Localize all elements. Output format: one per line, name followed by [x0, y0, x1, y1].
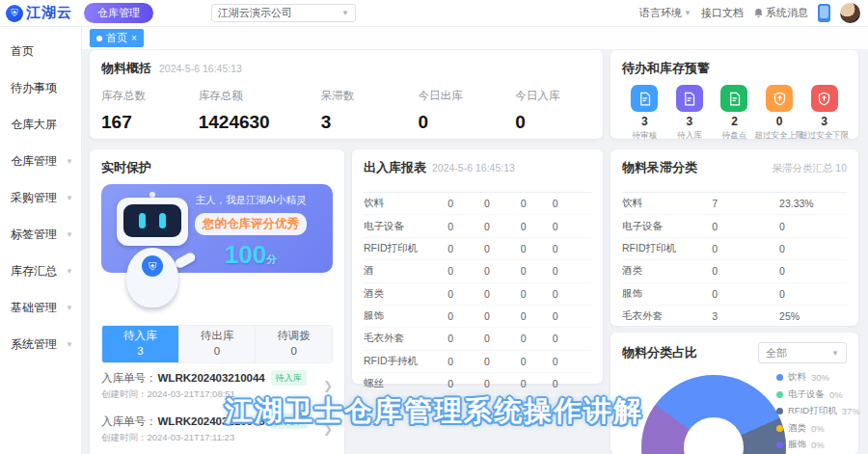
legend-dot — [776, 408, 783, 414]
score-label: 您的仓库评分优秀 — [195, 213, 307, 235]
table-row[interactable]: 饮料 0 0 0 0 — [364, 193, 591, 215]
alert-count: 3 — [821, 115, 827, 128]
sidebar-item[interactable]: 仓库大屏 — [0, 106, 81, 143]
table-header-cell — [622, 183, 712, 193]
language-menu[interactable]: 语言环境 ▼ — [639, 6, 692, 20]
avatar[interactable] — [840, 3, 860, 23]
sidebar-item[interactable]: 仓库管理 ▼ — [0, 143, 81, 179]
system-messages-link[interactable]: 系统消息 — [753, 6, 808, 20]
active-dot — [96, 36, 102, 41]
inout-report-card: 出入库报表 2024-5-6 16:45:13 饮料 0 0 0 0 电子设备 … — [352, 149, 603, 384]
table-header-cell — [779, 183, 847, 193]
table-row[interactable]: 毛衣外套 0 0 0 0 — [364, 328, 591, 350]
stat-label: 呆滞数 — [321, 89, 419, 103]
order-number: WLRK202403210044 — [158, 372, 265, 384]
alert-item[interactable]: 3 超过安全下限 — [801, 85, 847, 142]
legend-dot — [776, 374, 783, 381]
alert-item[interactable]: 3 待审核 — [622, 85, 667, 142]
stagnant-category-card: 物料呆滞分类 呆滞分类汇总 10 饮料 7 23.33% 电子设备 0 0 RF… — [610, 149, 858, 326]
stat-label: 库存总数 — [101, 89, 199, 103]
legend-item[interactable]: 电子设备 0% — [776, 388, 860, 401]
company-select[interactable]: 江湖云演示公司 ▼ — [211, 4, 356, 22]
alert-count: 0 — [776, 115, 783, 128]
table-row[interactable]: RFID打印机 0 0 0 0 — [364, 237, 591, 259]
legend-percentage: 0% — [811, 423, 825, 434]
card-title: 物料概括 — [101, 60, 151, 77]
table-row[interactable]: 服饰 0 0 — [622, 282, 847, 305]
sidebar: 首页 待办事项 仓库大屏 仓库管理 ▼ 采购管理 ▼ 标签管理 ▼ 库存汇总 ▼… — [0, 27, 82, 454]
legend-dot — [776, 391, 783, 398]
legend-item[interactable]: RFID打印机 37% — [776, 405, 860, 417]
card-title: 待办和库存预警 — [622, 60, 710, 77]
sidebar-item[interactable]: 采购管理 ▼ — [0, 179, 81, 216]
stat-item: 库存总数 167 — [101, 89, 199, 133]
mobile-app-icon[interactable] — [818, 4, 830, 22]
stat-item: 呆滞数 3 — [321, 89, 419, 133]
stat-label: 今日入库 — [515, 89, 591, 103]
alert-icon — [811, 85, 838, 112]
table-row[interactable]: RFID手持机 0 0 0 0 — [364, 350, 591, 372]
sidebar-item[interactable]: 待办事项 — [0, 69, 81, 106]
table-row[interactable]: 毛衣外套 3 25% — [622, 305, 847, 327]
close-icon[interactable]: × — [131, 33, 137, 43]
pending-tab[interactable]: 待出库 0 — [178, 326, 256, 362]
alert-label: 待审核 — [633, 130, 658, 142]
ai-score-banner: ⛨ 主人，我是江湖AI小精灵 您的仓库评分优秀 100分 — [101, 184, 333, 273]
alert-label: 待入库 — [677, 130, 702, 142]
logo-text: 江湖云 — [26, 4, 72, 22]
pending-tab[interactable]: 待入库 3 — [102, 326, 178, 362]
stat-label: 库存总额 — [199, 89, 321, 103]
table-row[interactable]: 酒类 0 0 — [622, 260, 847, 282]
donut-chart-wrap — [641, 375, 786, 454]
stat-item: 今日入库 0 — [515, 89, 591, 133]
warehouse-management-button[interactable]: 仓库管理 — [84, 3, 153, 23]
logo-shield-icon: ⛨ — [6, 5, 23, 22]
stat-label: 今日出库 — [418, 89, 515, 103]
app-logo: ⛨ 江湖云 — [0, 4, 80, 22]
document-icon — [682, 92, 696, 106]
table-row[interactable]: 电子设备 0 0 — [622, 215, 847, 237]
category-filter-select[interactable]: 全部 ▼ — [758, 342, 847, 363]
sidebar-item[interactable]: 系统管理 ▼ — [0, 326, 81, 362]
table-row[interactable]: 酒类 0 0 0 0 — [364, 282, 591, 305]
robot-mascot: ⛨ — [115, 196, 192, 316]
legend-item[interactable]: 服饰 0% — [776, 439, 860, 451]
inbound-order-row[interactable]: 入库单号： WLRK202403210046 待入库 创建时间：2024-03-… — [101, 450, 333, 454]
table-row[interactable]: 电子设备 0 0 0 0 — [364, 215, 591, 237]
timestamp: 2024-5-6 16:45:13 — [159, 63, 242, 74]
api-docs-link[interactable]: 接口文档 — [701, 6, 744, 20]
video-subtitle-overlay: 江湖卫士仓库管理系统操作讲解 — [225, 392, 643, 431]
pending-tab[interactable]: 待调拨 0 — [255, 326, 332, 362]
shield-icon — [773, 92, 787, 106]
stat-value: 167 — [101, 112, 199, 133]
chevron-down-icon: ▼ — [66, 340, 73, 349]
table-row[interactable]: RFID打印机 0 0 — [622, 237, 847, 259]
alert-label: 超过安全下限 — [800, 130, 849, 142]
table-row[interactable]: 酒 0 0 0 0 — [364, 260, 591, 282]
legend-percentage: 0% — [811, 440, 825, 450]
inout-report-table: 饮料 0 0 0 0 电子设备 0 0 0 0 RFID打印机 0 0 0 0 … — [364, 183, 591, 395]
category-ratio-card: 物料分类占比 全部 ▼ 饮料 30% 电子设备 0% RFID打印机 37% 酒… — [610, 333, 858, 454]
alert-item[interactable]: 0 超过安全上限 — [757, 85, 802, 142]
alert-icon — [720, 85, 747, 112]
sidebar-item[interactable]: 首页 — [0, 33, 81, 69]
stat-value: 1424630 — [199, 112, 321, 133]
sidebar-item[interactable]: 库存汇总 ▼ — [0, 253, 81, 289]
table-row[interactable]: 饮料 7 23.33% — [622, 193, 847, 215]
breadcrumb-tag-home[interactable]: 首页 × — [90, 29, 144, 47]
alert-item[interactable]: 3 待入库 — [667, 85, 713, 142]
stat-item: 库存总额 1424630 — [199, 89, 321, 133]
chevron-down-icon: ▼ — [66, 304, 73, 312]
legend-item[interactable]: 饮料 30% — [776, 371, 860, 384]
table-header-cell — [448, 183, 484, 193]
top-bar: ⛨ 江湖云 仓库管理 江湖云演示公司 ▼ 语言环境 ▼ 接口文档 系统消息 — [0, 0, 868, 27]
company-select-value: 江湖云演示公司 — [218, 6, 292, 20]
sidebar-item[interactable]: 标签管理 ▼ — [0, 216, 81, 253]
sidebar-item[interactable]: 基础管理 ▼ — [0, 289, 81, 326]
legend-item[interactable]: 酒类 0% — [776, 422, 860, 435]
alert-item[interactable]: 2 待盘点 — [712, 85, 757, 142]
table-row[interactable]: 服饰 0 0 0 0 — [364, 305, 591, 327]
chevron-down-icon: ▼ — [66, 194, 73, 202]
chevron-down-icon: ▼ — [66, 230, 73, 239]
timestamp: 2024-5-6 16:45:13 — [432, 162, 515, 174]
